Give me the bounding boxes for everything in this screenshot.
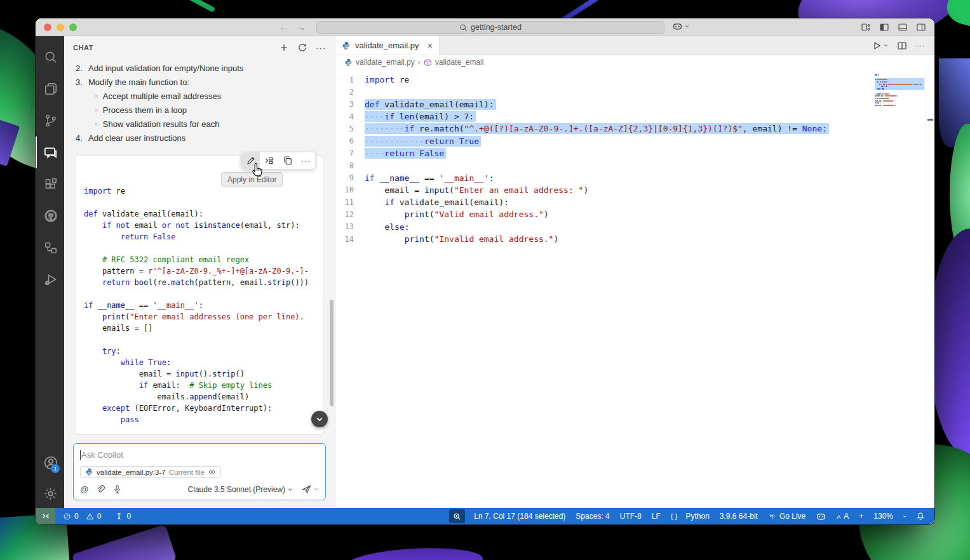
chat-substep: ○Show validation results for each bbox=[76, 117, 323, 131]
gear-icon bbox=[43, 486, 58, 501]
microphone-icon[interactable] bbox=[112, 484, 122, 494]
chat-code-line: def validate_email(email): bbox=[84, 208, 315, 220]
encoding-setting[interactable]: UTF-8 bbox=[620, 512, 642, 521]
tab-close-icon[interactable]: × bbox=[428, 41, 433, 51]
editor-scrollbar[interactable] bbox=[926, 69, 934, 508]
zoom-out-button[interactable]: - bbox=[903, 512, 906, 521]
editor-line[interactable]: 10 email = input("Enter an email address… bbox=[335, 184, 934, 196]
minimap-line bbox=[875, 74, 924, 76]
editor-line[interactable]: 9if __name__ == '__main__': bbox=[335, 171, 934, 183]
chevron-down-icon bbox=[883, 43, 889, 48]
minimap[interactable] bbox=[875, 74, 924, 107]
editor-line[interactable]: 12 print("Valid email address.") bbox=[335, 208, 934, 220]
chevron-down-icon bbox=[684, 23, 690, 29]
editor-more-actions-icon[interactable]: ··· bbox=[915, 41, 926, 50]
editor-line[interactable]: 2 bbox=[335, 86, 934, 98]
minimize-window-button[interactable] bbox=[57, 23, 64, 31]
titlebar-copilot-menu[interactable] bbox=[672, 21, 690, 32]
sidebar-item-run-and-debug[interactable] bbox=[36, 263, 64, 295]
editor-line[interactable]: 14 print("Invalid email address.") bbox=[335, 233, 934, 245]
zoom-level[interactable]: 130% bbox=[873, 512, 893, 521]
line-number: 12 bbox=[335, 210, 365, 219]
sidebar-item-search[interactable] bbox=[36, 41, 64, 73]
eol-setting[interactable]: LF bbox=[652, 512, 661, 521]
status-bar: 0 0 0 Ln 7, Col 17 (184 selected) Spaces… bbox=[36, 508, 934, 524]
warnings-count: 0 bbox=[97, 512, 102, 521]
chat-steps-list: 2.Add input validation for empty/None in… bbox=[76, 62, 323, 145]
editor-line[interactable]: 3def validate_email(email): bbox=[335, 98, 934, 110]
send-icon[interactable] bbox=[301, 484, 312, 495]
chat-input-box[interactable]: Ask Copilot validate_email.py:3-7 Curren… bbox=[73, 443, 326, 500]
indentation-setting[interactable]: Spaces: 4 bbox=[576, 512, 609, 521]
chat-history-icon[interactable] bbox=[297, 43, 307, 53]
ports-indicator[interactable]: 0 bbox=[115, 512, 131, 521]
breadcrumb: validate_email.py › validate_email bbox=[335, 55, 934, 69]
model-picker[interactable]: Claude 3.5 Sonnet (Preview) bbox=[188, 485, 293, 494]
editor-line[interactable]: 5········if re.match("^.+@([?)[a-zA-Z0-9… bbox=[335, 123, 934, 135]
editor-line[interactable]: 1import re bbox=[335, 74, 934, 86]
sidebar-item-chat[interactable] bbox=[36, 137, 64, 168]
zoom-window-button[interactable] bbox=[69, 23, 77, 31]
close-window-button[interactable] bbox=[44, 23, 51, 31]
nav-back-icon[interactable]: ← bbox=[279, 22, 288, 32]
notifications-bell-icon[interactable] bbox=[916, 512, 925, 521]
minimap-line bbox=[875, 79, 924, 80]
toggle-primary-sidebar-icon[interactable] bbox=[879, 22, 889, 32]
context-attachment-pill[interactable]: validate_email.py:3-7 Current file bbox=[80, 466, 221, 478]
sidebar-item-source-control[interactable] bbox=[36, 105, 64, 137]
chat-code-line: if __name__ == '__main__': bbox=[84, 300, 315, 311]
copy-code-button[interactable] bbox=[278, 152, 297, 170]
problems-indicator[interactable]: 0 0 bbox=[63, 512, 101, 521]
editor-line[interactable]: 13 else: bbox=[335, 221, 934, 233]
editor-line[interactable]: 6············return True bbox=[335, 135, 934, 147]
scroll-to-bottom-button[interactable] bbox=[311, 411, 328, 427]
chat-scrollbar-thumb[interactable] bbox=[330, 300, 333, 406]
zoom-in-button[interactable]: + bbox=[859, 512, 863, 521]
copilot-icon bbox=[672, 21, 683, 32]
run-python-file-button[interactable] bbox=[872, 41, 889, 51]
editor-line[interactable]: 4····if len(email) > 7: bbox=[335, 110, 934, 123]
screencast-mode-indicator[interactable]: AA bbox=[837, 512, 849, 521]
cursor-position[interactable]: Ln 7, Col 17 (184 selected) bbox=[474, 512, 565, 521]
editor-tab-bar: validate_email.py × ··· bbox=[335, 36, 934, 55]
tab-validate-email[interactable]: validate_email.py × bbox=[335, 36, 440, 55]
settings-button[interactable] bbox=[36, 479, 64, 508]
attach-file-icon[interactable] bbox=[96, 484, 105, 494]
chat-substep-text: Show validation results for each bbox=[103, 117, 220, 131]
code-editor[interactable]: 1import re23def validate_email(email):4·… bbox=[335, 69, 934, 508]
nav-forward-icon[interactable]: → bbox=[296, 22, 306, 32]
editor-line[interactable]: 11 if validate_email(email): bbox=[335, 196, 934, 208]
chat-code-line bbox=[84, 243, 315, 254]
customize-layout-icon[interactable] bbox=[861, 22, 871, 32]
python-interpreter[interactable]: 3.9.6 64-bit bbox=[720, 512, 758, 521]
sidebar-item-remote-explorer[interactable] bbox=[36, 232, 64, 263]
errors-count: 0 bbox=[74, 512, 79, 521]
background-shape-purple-shard bbox=[72, 524, 177, 560]
remote-indicator[interactable] bbox=[36, 508, 55, 524]
mention-context-icon[interactable]: @ bbox=[80, 484, 89, 494]
eye-icon[interactable] bbox=[208, 468, 216, 476]
go-live-button[interactable]: Go Live bbox=[768, 512, 805, 521]
accounts-button[interactable]: 1 bbox=[36, 447, 64, 479]
code-block-more-actions-button[interactable]: ··· bbox=[297, 152, 315, 170]
toggle-secondary-sidebar-icon[interactable] bbox=[916, 22, 926, 32]
toggle-panel-icon[interactable] bbox=[898, 22, 908, 32]
copilot-status-icon[interactable] bbox=[816, 511, 826, 522]
vscode-window: ← → getting-started bbox=[35, 18, 935, 525]
language-mode[interactable]: { } Python bbox=[671, 512, 710, 521]
python-file-icon bbox=[85, 468, 93, 476]
split-editor-icon[interactable] bbox=[897, 41, 907, 51]
editor-line[interactable]: 7····return False bbox=[335, 147, 934, 159]
sidebar-item-github[interactable] bbox=[36, 200, 64, 232]
command-center-search[interactable]: getting-started bbox=[316, 21, 664, 34]
sidebar-item-explorer[interactable] bbox=[36, 73, 64, 105]
minimap-line bbox=[875, 91, 924, 92]
breadcrumb-symbol[interactable]: validate_email bbox=[435, 58, 484, 67]
chat-more-actions-icon[interactable]: ··· bbox=[316, 43, 326, 53]
sidebar-item-extensions[interactable] bbox=[36, 168, 64, 200]
new-chat-icon[interactable] bbox=[279, 43, 289, 53]
send-options-chevron-icon[interactable] bbox=[313, 486, 319, 492]
zoom-indicator-box[interactable] bbox=[449, 509, 465, 523]
editor-line[interactable]: 8 bbox=[335, 159, 934, 171]
breadcrumb-file[interactable]: validate_email.py bbox=[356, 58, 415, 67]
